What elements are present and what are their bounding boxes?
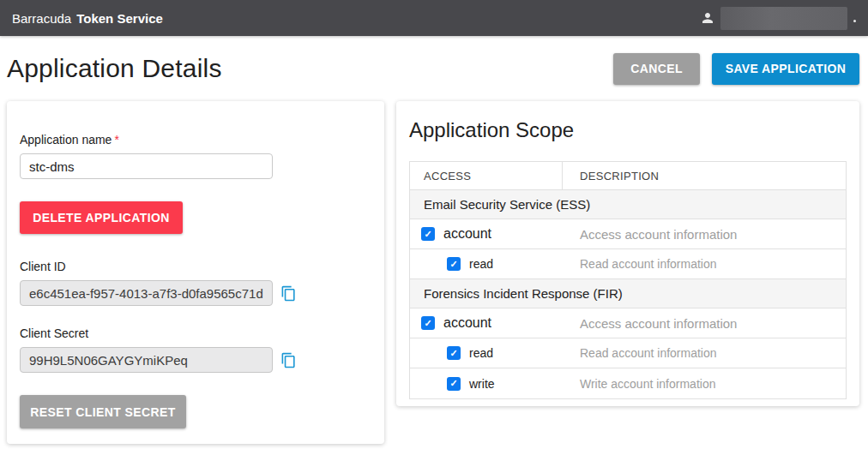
scope-title: Application Scope [409,118,847,142]
scope-description: Write account information [563,377,846,391]
application-name-input[interactable] [20,153,273,179]
required-asterisk: * [114,133,118,147]
cancel-button[interactable]: CANCEL [613,53,700,85]
client-secret-label: Client Secret [20,326,371,340]
product-name: Token Service [76,11,163,26]
scope-access-cell: ✓write [410,377,563,391]
scope-section-header: Forensics Incident Response (FIR) [410,279,846,308]
scope-access-name: read [469,257,493,271]
scope-checkbox[interactable]: ✓ [447,257,461,271]
copy-client-secret-button[interactable] [280,352,297,368]
scope-access-cell: ✓account [410,315,563,331]
copy-icon [280,291,297,304]
client-secret-value: 99H9L5N06GAYGYmiKPeq [20,347,273,373]
scope-access-name: account [443,315,491,331]
scope-description: Read account information [563,257,846,271]
copy-icon [280,358,297,371]
page-header: Application Details CANCEL SAVE APPLICAT… [0,36,868,101]
person-icon [700,10,715,26]
top-bar: Barracuda Token Service [0,0,868,36]
user-name-redacted [720,7,847,30]
scope-row: ✓accountAccess account information [410,308,846,338]
client-id-row: e6c451ea-f957-4013-a7f3-d0fa9565c71d [20,280,371,306]
scope-access-name: write [469,377,495,391]
user-menu[interactable] [700,7,856,30]
scope-access-name: read [469,346,493,360]
scope-access-cell: ✓read [410,346,563,360]
save-application-button[interactable]: SAVE APPLICATION [712,53,859,85]
reset-client-secret-button[interactable]: RESET CLIENT SECRET [20,395,186,428]
header-actions: CANCEL SAVE APPLICATION [613,53,859,85]
copy-client-id-button[interactable] [280,285,297,302]
scope-access-cell: ✓read [410,257,563,271]
client-id-label: Client ID [20,260,371,273]
application-name-label-text: Application name [20,133,112,147]
application-name-label: Application name* [20,133,371,147]
client-id-value: e6c451ea-f957-4013-a7f3-d0fa9565c71d [20,280,273,306]
scope-table-header: ACCESS DESCRIPTION [410,162,846,190]
access-column-header: ACCESS [410,162,563,189]
scope-row: ✓readRead account information [410,338,846,368]
access-column-label: ACCESS [424,170,471,183]
user-text-fragment [853,20,856,22]
scope-description: Access account information [563,227,846,242]
page-title: Application Details [7,54,222,83]
delete-application-button[interactable]: DELETE APPLICATION [20,201,183,234]
scope-row: ✓readRead account information [410,249,846,279]
scope-checkbox[interactable]: ✓ [447,346,461,360]
application-details-card: Application name* DELETE APPLICATION Cli… [7,101,384,444]
scope-description: Access account information [563,316,846,331]
scope-access-name: account [443,226,491,242]
brand-name: Barracuda [12,11,71,26]
client-secret-row: 99H9L5N06GAYGYmiKPeq [20,347,371,373]
scope-table-body: Email Security Service (ESS)✓accountAcce… [410,190,846,398]
description-column-header: DESCRIPTION [563,162,846,189]
scope-row: ✓accountAccess account information [410,219,846,249]
description-column-label: DESCRIPTION [580,170,659,183]
scope-checkbox[interactable]: ✓ [421,227,435,241]
scope-table: ACCESS DESCRIPTION Email Security Servic… [409,161,847,399]
application-scope-card: Application Scope ACCESS DESCRIPTION Ema… [396,101,859,406]
scope-description: Read account information [563,346,846,360]
scope-section-header: Email Security Service (ESS) [410,190,846,219]
scope-checkbox[interactable]: ✓ [421,316,435,330]
scope-access-cell: ✓account [410,226,563,242]
scope-checkbox[interactable]: ✓ [447,377,461,391]
scope-row: ✓writeWrite account information [410,368,846,398]
